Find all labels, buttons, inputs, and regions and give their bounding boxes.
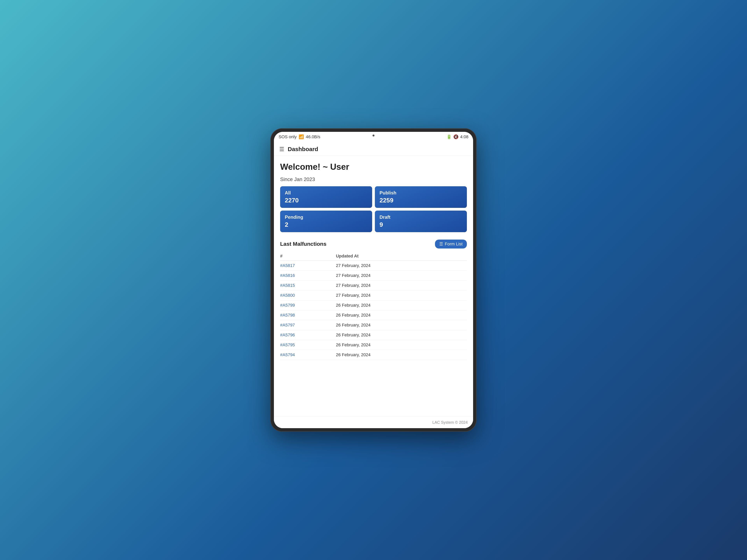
stat-card-all[interactable]: All 2270 bbox=[280, 186, 372, 208]
table-row: #A579626 February, 2024 bbox=[280, 330, 467, 340]
malfunction-date-cell: 26 February, 2024 bbox=[336, 340, 467, 350]
camera-notch bbox=[372, 135, 375, 136]
network-label: SOS only bbox=[279, 134, 297, 139]
malfunction-id-cell[interactable]: #A5797 bbox=[280, 320, 336, 330]
status-bar: SOS only 📶 46.0B/s 🔋 🔇 4:08 bbox=[274, 132, 473, 142]
col-id-header: # bbox=[280, 251, 336, 261]
table-row: #A579426 February, 2024 bbox=[280, 350, 467, 360]
stat-card-pending[interactable]: Pending 2 bbox=[280, 211, 372, 232]
malfunction-id-cell[interactable]: #A5795 bbox=[280, 340, 336, 350]
table-row: #A579726 February, 2024 bbox=[280, 320, 467, 330]
welcome-text: Welcome! ~ User bbox=[280, 162, 467, 172]
malfunction-date-cell: 26 February, 2024 bbox=[336, 300, 467, 310]
stat-value-draft: 9 bbox=[380, 221, 462, 228]
list-icon: ☰ bbox=[439, 241, 443, 246]
tablet-device: SOS only 📶 46.0B/s 🔋 🔇 4:08 ☰ Dashboard … bbox=[271, 128, 476, 432]
app-content: ☰ Dashboard Welcome! ~ User Since Jan 20… bbox=[274, 142, 473, 428]
battery-icon: 🔋 bbox=[446, 134, 452, 139]
table-row: #A581727 February, 2024 bbox=[280, 261, 467, 271]
table-row: #A580027 February, 2024 bbox=[280, 291, 467, 300]
time-label: 4:08 bbox=[460, 134, 468, 139]
form-list-button[interactable]: ☰ Form List bbox=[435, 240, 467, 248]
stat-value-publish: 2259 bbox=[380, 197, 462, 204]
status-left: SOS only 📶 46.0B/s bbox=[279, 134, 320, 139]
form-list-label: Form List bbox=[445, 241, 463, 246]
app-header: ☰ Dashboard bbox=[274, 142, 473, 156]
table-row: #A579926 February, 2024 bbox=[280, 300, 467, 310]
footer-copyright: LAC System © 2024 bbox=[433, 420, 468, 424]
section-title: Last Malfunctions bbox=[280, 241, 327, 247]
malfunction-id-cell[interactable]: #A5796 bbox=[280, 330, 336, 340]
stats-grid: All 2270 Publish 2259 Pending 2 Draft 9 bbox=[280, 186, 467, 232]
main-area: Welcome! ~ User Since Jan 2023 All 2270 … bbox=[274, 156, 473, 417]
malfunction-date-cell: 26 February, 2024 bbox=[336, 310, 467, 320]
status-right: 🔋 🔇 4:08 bbox=[446, 134, 468, 139]
speed-label: 46.0B/s bbox=[306, 134, 320, 139]
stat-value-pending: 2 bbox=[285, 221, 367, 228]
stat-label-draft: Draft bbox=[380, 214, 462, 220]
hamburger-icon[interactable]: ☰ bbox=[279, 146, 284, 153]
malfunction-id-cell[interactable]: #A5817 bbox=[280, 261, 336, 271]
table-header-row: # Updated At bbox=[280, 251, 467, 261]
malfunction-id-cell[interactable]: #A5800 bbox=[280, 291, 336, 300]
wifi-icon: 📶 bbox=[299, 134, 304, 139]
table-row: #A581627 February, 2024 bbox=[280, 271, 467, 281]
header-title: Dashboard bbox=[288, 146, 318, 153]
malfunction-date-cell: 26 February, 2024 bbox=[336, 320, 467, 330]
malfunction-id-cell[interactable]: #A5798 bbox=[280, 310, 336, 320]
stat-card-draft[interactable]: Draft 9 bbox=[375, 211, 467, 232]
malfunction-date-cell: 27 February, 2024 bbox=[336, 281, 467, 291]
malfunction-id-cell[interactable]: #A5815 bbox=[280, 281, 336, 291]
sound-icon: 🔇 bbox=[453, 134, 459, 139]
malfunction-id-cell[interactable]: #A5794 bbox=[280, 350, 336, 360]
malfunction-date-cell: 27 February, 2024 bbox=[336, 291, 467, 300]
malfunction-id-cell[interactable]: #A5816 bbox=[280, 271, 336, 281]
section-header: Last Malfunctions ☰ Form List bbox=[280, 240, 467, 248]
since-label: Since Jan 2023 bbox=[280, 176, 467, 182]
malfunction-date-cell: 27 February, 2024 bbox=[336, 261, 467, 271]
malfunction-date-cell: 26 February, 2024 bbox=[336, 350, 467, 360]
stat-card-publish[interactable]: Publish 2259 bbox=[375, 186, 467, 208]
stat-label-pending: Pending bbox=[285, 214, 367, 220]
table-row: #A581527 February, 2024 bbox=[280, 281, 467, 291]
tablet-screen: SOS only 📶 46.0B/s 🔋 🔇 4:08 ☰ Dashboard … bbox=[274, 132, 473, 428]
malfunction-date-cell: 26 February, 2024 bbox=[336, 330, 467, 340]
stat-label-all: All bbox=[285, 190, 367, 195]
stat-label-publish: Publish bbox=[380, 190, 462, 195]
table-row: #A579526 February, 2024 bbox=[280, 340, 467, 350]
col-updated-header: Updated At bbox=[336, 251, 467, 261]
malfunction-table: # Updated At #A581727 February, 2024#A58… bbox=[280, 251, 467, 360]
malfunction-date-cell: 27 February, 2024 bbox=[336, 271, 467, 281]
table-row: #A579826 February, 2024 bbox=[280, 310, 467, 320]
stat-value-all: 2270 bbox=[285, 197, 367, 204]
app-footer: LAC System © 2024 bbox=[274, 417, 473, 428]
malfunction-id-cell[interactable]: #A5799 bbox=[280, 300, 336, 310]
